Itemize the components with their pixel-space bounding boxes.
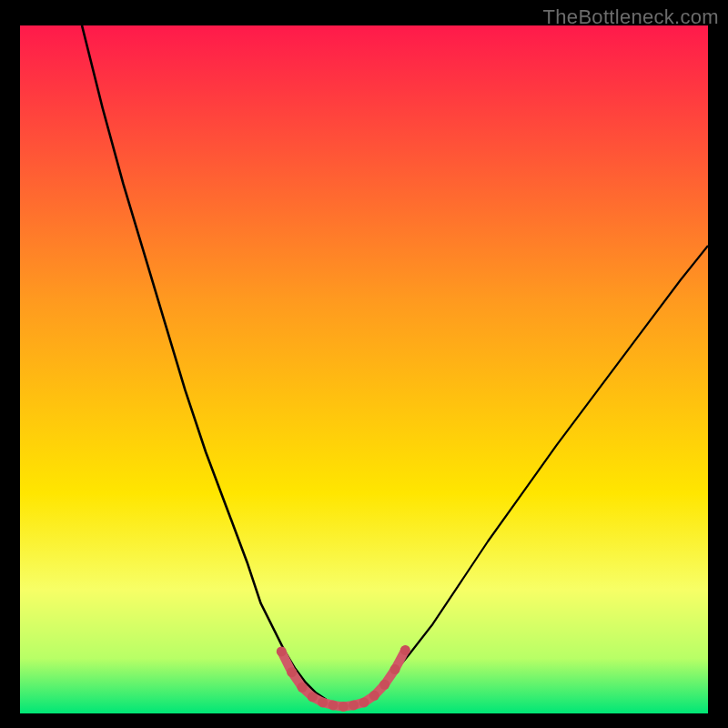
bottleneck-curve-chart	[20, 25, 708, 713]
marker-dot	[359, 697, 369, 707]
marker-dot	[379, 680, 389, 690]
gradient-background	[20, 25, 708, 713]
marker-dot	[369, 691, 379, 701]
marker-dot	[297, 682, 307, 693]
marker-dot	[277, 646, 287, 656]
marker-dot	[349, 700, 359, 710]
marker-dot	[328, 700, 338, 710]
marker-dot	[287, 667, 297, 677]
marker-dot	[308, 692, 318, 702]
marker-dot	[339, 702, 349, 712]
marker-dot	[390, 664, 400, 674]
chart-frame: TheBottleneck.com	[0, 0, 728, 728]
plot-area	[20, 25, 708, 713]
marker-dot	[400, 645, 410, 655]
marker-dot	[318, 697, 328, 707]
